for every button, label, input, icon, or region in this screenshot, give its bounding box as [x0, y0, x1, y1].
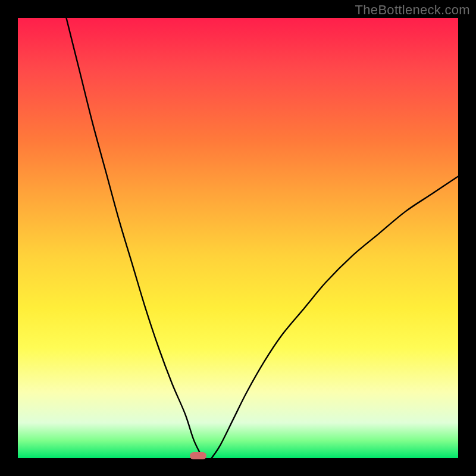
chart-frame: TheBottleneck.com: [0, 0, 476, 476]
curve-layer: [18, 18, 458, 458]
left-branch-path: [66, 18, 202, 458]
watermark-text: TheBottleneck.com: [355, 2, 470, 18]
plot-area: [18, 18, 458, 458]
right-branch-path: [212, 176, 458, 458]
optimal-marker: [190, 452, 206, 459]
